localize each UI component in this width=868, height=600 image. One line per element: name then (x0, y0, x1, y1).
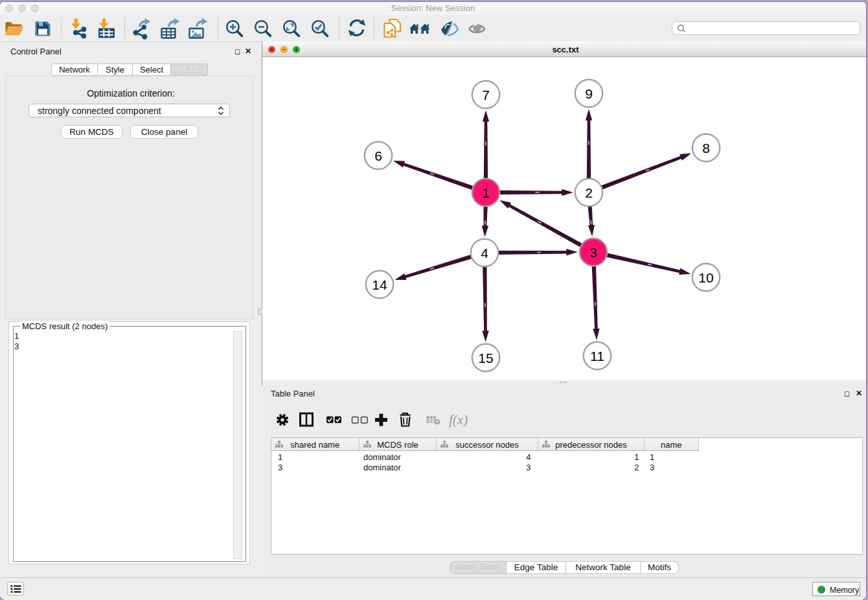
svg-text:f(x): f(x) (449, 412, 468, 428)
svg-text:8: 8 (702, 141, 710, 156)
svg-text:9: 9 (585, 86, 593, 101)
svg-text:7: 7 (482, 87, 490, 102)
svg-text:6: 6 (374, 148, 382, 163)
svg-text:2: 2 (585, 185, 593, 200)
svg-text:3: 3 (589, 245, 597, 260)
svg-text:14: 14 (372, 277, 387, 292)
svg-text:4: 4 (481, 246, 488, 260)
svg-text:10: 10 (698, 270, 713, 285)
svg-text:15: 15 (478, 351, 493, 365)
svg-text:1: 1 (482, 185, 490, 200)
svg-text:11: 11 (590, 349, 604, 363)
